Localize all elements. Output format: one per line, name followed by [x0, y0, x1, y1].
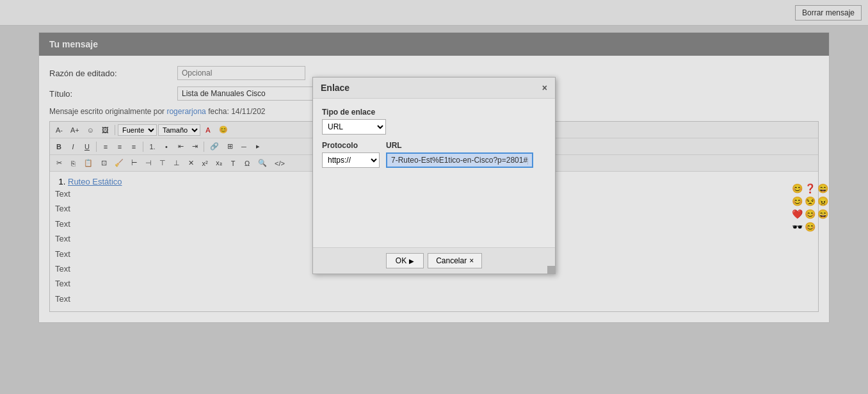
tipo-enlace-select[interactable]: URL — [322, 119, 386, 135]
modal-title: Enlace — [321, 83, 350, 93]
tipo-enlace-section: Tipo de enlace URL — [322, 108, 546, 135]
modal-close-button[interactable]: × — [542, 83, 547, 93]
enlace-modal: Enlace × Tipo de enlace URL Protocolo ht… — [312, 77, 556, 274]
modal-overlay: Enlace × Tipo de enlace URL Protocolo ht… — [0, 0, 868, 394]
url-col: URL — [386, 141, 533, 168]
protocol-label: Protocolo — [322, 141, 380, 150]
protocol-col: Protocolo https:// — [322, 141, 380, 168]
modal-cancel-button[interactable]: Cancelar × — [428, 253, 482, 268]
tipo-enlace-label: Tipo de enlace — [322, 108, 546, 117]
modal-ok-button[interactable]: OK ▶ — [386, 253, 424, 268]
cancel-label: Cancelar — [436, 256, 467, 265]
modal-spacer — [322, 174, 546, 238]
modal-header: Enlace × — [313, 78, 555, 99]
ok-arrow-icon: ▶ — [409, 258, 414, 265]
url-input[interactable] — [386, 152, 533, 168]
modal-footer: OK ▶ Cancelar × — [313, 247, 555, 274]
protocol-select[interactable]: https:// — [322, 152, 380, 168]
modal-body: Tipo de enlace URL Protocolo https:// UR… — [313, 99, 555, 247]
modal-resize-handle[interactable] — [547, 266, 555, 274]
url-label: URL — [386, 141, 533, 150]
ok-label: OK — [396, 256, 406, 265]
protocol-url-row: Protocolo https:// URL — [322, 141, 546, 168]
cancel-icon: × — [469, 256, 474, 265]
